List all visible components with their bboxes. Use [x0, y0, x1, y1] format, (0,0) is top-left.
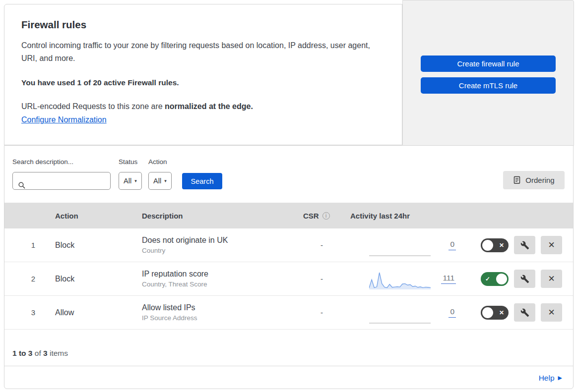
normalization-bold: normalized at the edge.: [165, 102, 253, 111]
action-dropdown[interactable]: All ▾: [148, 172, 172, 190]
action-label: Action: [148, 158, 172, 166]
search-label: Search description...: [12, 158, 111, 166]
rule-action: Allow: [55, 308, 142, 317]
normalization-text: URL-encoded Requests to this zone are: [21, 102, 165, 111]
firewall-rules-page: Firewall rules Control incoming traffic …: [0, 0, 576, 392]
search-icon: [18, 181, 26, 189]
status-label: Status: [119, 158, 142, 166]
search-group: Search description...: [12, 158, 111, 190]
wrench-icon: [520, 241, 529, 250]
status-filter-group: Status All ▾: [119, 158, 142, 190]
usage-notice: You have used 1 of 20 active Firewall ru…: [21, 78, 382, 87]
x-icon: ✕: [499, 242, 504, 249]
delete-rule-button[interactable]: ✕: [541, 236, 562, 254]
rule-enabled-toggle[interactable]: ✓ ✕: [481, 238, 509, 252]
rule-activity-cell: 0: [343, 228, 457, 262]
toggle-knob: [482, 240, 493, 251]
search-button[interactable]: Search: [182, 173, 222, 189]
actions-panel: Create firewall rule Create mTLS rule: [402, 0, 574, 146]
table-row: 3 Allow Allow listed IPs IP Source Addre…: [4, 296, 573, 330]
filter-bar: Search description... Status All ▾ Actio…: [4, 146, 573, 203]
activity-column-header: Activity last 24hr: [343, 212, 457, 220]
edit-rule-button[interactable]: [514, 303, 535, 322]
close-icon: ✕: [548, 274, 555, 284]
edit-rule-button[interactable]: [514, 236, 535, 254]
rule-criteria: Country: [142, 247, 301, 254]
activity-sparkline: [369, 303, 431, 325]
rule-criteria: Country, Threat Score: [142, 280, 301, 288]
rule-controls: ✓ ✕ ✕: [457, 303, 573, 322]
activity-sparkline: [369, 236, 431, 258]
rule-description[interactable]: Does not originate in UK: [142, 236, 301, 245]
activity-count-link[interactable]: 0: [448, 307, 456, 318]
intro-card: Firewall rules Control incoming traffic …: [4, 4, 402, 145]
action-column-header: Action: [55, 212, 142, 220]
help-label: Help: [539, 374, 555, 383]
rule-criteria: IP Source Address: [142, 314, 301, 322]
activity-sparkline: [369, 270, 431, 291]
rule-controls: ✓ ✕ ✕: [457, 236, 573, 254]
edit-rule-button[interactable]: [514, 270, 535, 288]
create-mtls-rule-button[interactable]: Create mTLS rule: [421, 77, 556, 94]
rule-enabled-toggle[interactable]: ✓ ✕: [481, 306, 509, 320]
chevron-down-icon: ▾: [134, 178, 137, 183]
items-range: 1 to 3: [12, 349, 32, 357]
chevron-down-icon: ▾: [164, 178, 167, 183]
items-text: items: [48, 349, 68, 357]
normalization-notice: URL-encoded Requests to this zone are no…: [21, 102, 382, 111]
rule-csr-value: -: [301, 275, 343, 283]
rule-description[interactable]: Allow listed IPs: [142, 303, 301, 312]
table-header: Action Description CSR i Activity last 2…: [4, 203, 573, 228]
of-text: of: [32, 349, 43, 357]
delete-rule-button[interactable]: ✕: [541, 303, 562, 322]
create-firewall-rule-button[interactable]: Create firewall rule: [421, 56, 556, 72]
rule-action: Block: [55, 241, 142, 250]
wrench-icon: [520, 275, 529, 283]
rule-activity-cell: 0: [343, 296, 457, 329]
activity-count-link[interactable]: 111: [441, 274, 456, 284]
rule-action: Block: [55, 275, 142, 283]
csr-header-label: CSR: [303, 212, 319, 220]
status-dropdown[interactable]: All ▾: [119, 172, 142, 190]
wrench-icon: [520, 308, 529, 317]
page-description: Control incoming traffic to your zone by…: [21, 39, 380, 65]
help-link[interactable]: Help ▶: [539, 374, 562, 383]
search-input[interactable]: [12, 172, 111, 190]
close-icon: ✕: [548, 240, 555, 250]
rules-card: Search description... Status All ▾ Actio…: [4, 145, 574, 389]
table-row: 2 Block IP reputation score Country, Thr…: [4, 262, 573, 296]
activity-count-link[interactable]: 0: [448, 240, 456, 250]
rule-csr-value: -: [301, 308, 343, 317]
x-icon: ✕: [499, 309, 504, 316]
toggle-knob: [496, 274, 507, 284]
ordering-button-label: Ordering: [525, 176, 554, 184]
rule-description-cell: Allow listed IPs IP Source Address: [142, 303, 301, 322]
page-title: Firewall rules: [21, 19, 382, 31]
rule-csr-value: -: [301, 241, 343, 249]
search-box: [12, 176, 111, 185]
delete-rule-button[interactable]: ✕: [541, 270, 562, 288]
rule-description-cell: Does not originate in UK Country: [142, 236, 301, 254]
description-column-header: Description: [142, 212, 301, 220]
info-icon[interactable]: i: [322, 212, 330, 220]
rule-activity-cell: 111: [343, 262, 457, 295]
rule-priority: 2: [11, 275, 55, 283]
configure-normalization-link[interactable]: Configure Normalization: [21, 115, 107, 124]
rule-description-cell: IP reputation score Country, Threat Scor…: [142, 270, 301, 288]
csr-column-header: CSR i: [301, 212, 343, 220]
table-row: 1 Block Does not originate in UK Country…: [4, 228, 573, 262]
ordering-list-icon: [513, 176, 521, 184]
rule-enabled-toggle[interactable]: ✓ ✕: [481, 272, 509, 286]
ordering-button[interactable]: Ordering: [503, 171, 565, 189]
rule-description[interactable]: IP reputation score: [142, 270, 301, 279]
rule-controls: ✓ ✕ ✕: [457, 270, 573, 288]
rules-table-body: 1 Block Does not originate in UK Country…: [4, 228, 573, 330]
arrow-right-icon: ▶: [558, 375, 562, 381]
rule-priority: 1: [11, 241, 55, 249]
help-row: Help ▶: [4, 366, 573, 390]
check-icon: ✓: [485, 276, 490, 282]
action-dropdown-value: All: [153, 177, 161, 185]
toggle-knob: [482, 307, 493, 318]
action-filter-group: Action All ▾: [148, 158, 172, 190]
close-icon: ✕: [548, 307, 555, 318]
